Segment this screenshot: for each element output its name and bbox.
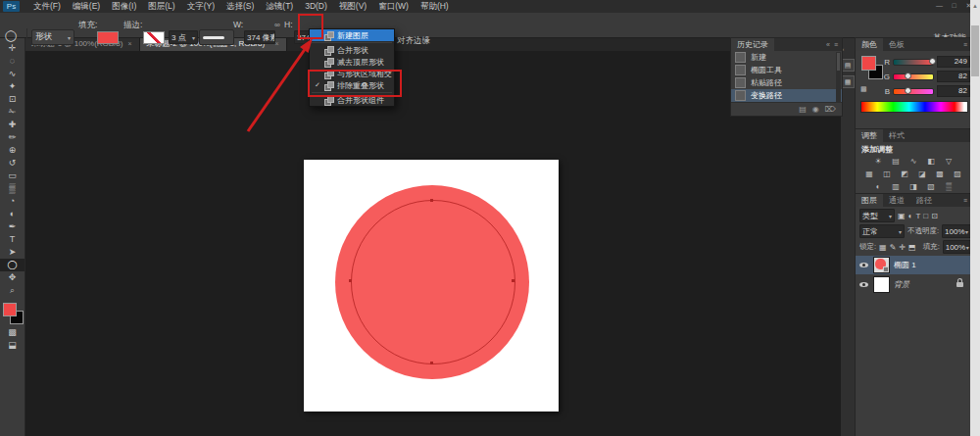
layer-filter-dropdown[interactable]: 类型 ▾ (859, 209, 895, 222)
fill-color-swatch[interactable] (97, 31, 119, 44)
stroke-color-swatch[interactable] (143, 31, 165, 44)
menu-item-unite-shapes[interactable]: 合并形状 (310, 44, 394, 56)
hand-tool[interactable]: ✥ (0, 271, 24, 284)
new-doc-from-state-icon[interactable]: ▤ (799, 105, 807, 114)
shape-width-field[interactable]: 374 像素 (244, 30, 275, 44)
path-anchor-bottom[interactable] (430, 362, 433, 364)
menu-image[interactable]: 图像(I) (106, 0, 142, 13)
collapsed-panel-icon-2[interactable]: ▦ (842, 75, 855, 88)
tab-swatches[interactable]: 色板 (883, 38, 910, 51)
panel-menu-icon[interactable]: ≡ (963, 41, 967, 48)
close-icon[interactable]: × (127, 40, 131, 47)
close-icon[interactable]: × (275, 40, 279, 47)
red-channel-slider[interactable] (893, 59, 934, 66)
history-state-new[interactable]: 新建 (731, 51, 842, 64)
adjustment-layer-filter-icon[interactable]: ◐ (908, 212, 913, 220)
gradient-map-icon[interactable]: ▒ (943, 181, 956, 192)
page-scrollbar[interactable]: ▲ (970, 0, 980, 436)
menu-layer[interactable]: 图层(L) (142, 0, 180, 13)
history-brush-tool[interactable]: ↺ (0, 157, 24, 170)
history-state-paste-path[interactable]: 粘贴路径 (731, 76, 842, 89)
tab-adjustments[interactable]: 调整 (856, 129, 883, 142)
scrollbar-thumb[interactable] (971, 25, 979, 76)
default-colors-icon[interactable]: ▩ (860, 85, 867, 93)
crop-tool[interactable]: ⊡ (0, 93, 24, 106)
path-anchor-right[interactable] (512, 279, 514, 282)
menu-item-subtract-front-shape[interactable]: 减去顶层形状 (310, 56, 394, 68)
tab-paths[interactable]: 路径 (910, 194, 938, 207)
zoom-tool[interactable]: ⌕ (0, 284, 24, 297)
blue-channel-value[interactable]: 82 (937, 85, 970, 97)
tab-color[interactable]: 颜色 (856, 38, 883, 51)
history-tab[interactable]: 历史记录 (731, 38, 774, 51)
path-anchor-left[interactable] (349, 279, 352, 282)
panel-menu-icon[interactable]: ≡ (834, 41, 838, 48)
color-balance-icon[interactable]: ◫ (881, 169, 894, 179)
menu-item-new-layer[interactable]: 新建图层 (310, 29, 394, 41)
inner-circle-path[interactable] (351, 200, 515, 364)
history-scrollbar[interactable] (836, 52, 841, 103)
invert-icon[interactable]: ◐ (872, 181, 885, 192)
path-anchor-top[interactable] (430, 199, 433, 202)
screen-mode-button[interactable]: ⬓ (0, 339, 24, 352)
lock-pixels-icon[interactable]: ✎ (890, 243, 897, 252)
blend-mode-dropdown[interactable]: 正常 ▾ (859, 224, 905, 238)
layer-row-ellipse-1[interactable]: 椭圆 1 (856, 256, 971, 274)
eyedropper-tool[interactable]: ✁ (0, 106, 24, 119)
layer-thumbnail[interactable] (873, 276, 890, 293)
visibility-eye-icon[interactable] (858, 260, 869, 270)
tool-preset-ellipse-icon[interactable]: ◯ (5, 29, 17, 42)
history-state-ellipse-tool[interactable]: 椭圆工具 (731, 64, 842, 76)
lock-position-icon[interactable]: ✛ (899, 243, 906, 252)
minimize-button[interactable]: — (932, 0, 947, 12)
restore-button[interactable]: □ (947, 0, 961, 12)
quick-mask-button[interactable]: ▩ (0, 326, 24, 339)
color-spectrum-bar[interactable] (860, 101, 968, 113)
path-selection-tool[interactable]: ➤ (0, 246, 24, 259)
scroll-up-icon[interactable]: ▲ (970, 0, 980, 12)
dodge-tool[interactable]: ◐ (0, 208, 24, 220)
hue-saturation-icon[interactable]: ▦ (863, 169, 876, 179)
healing-brush-tool[interactable]: ✚ (0, 119, 24, 131)
shape-layer-filter-icon[interactable]: □ (923, 212, 928, 220)
posterize-icon[interactable]: ▥ (890, 181, 903, 192)
red-channel-value[interactable]: 249 (937, 56, 970, 68)
history-state-transform-path[interactable]: 变换路径 (731, 89, 842, 102)
menu-window[interactable]: 窗口(W) (372, 0, 415, 13)
ellipse-tool[interactable]: ◯ (0, 259, 24, 271)
delete-state-icon[interactable]: ⌦ (825, 105, 836, 114)
blue-channel-slider[interactable] (893, 88, 934, 95)
stroke-width-field[interactable]: 3 点 ▾ (169, 30, 198, 44)
menu-file[interactable]: 文件(F) (27, 0, 67, 13)
brightness-contrast-icon[interactable]: ☀ (872, 156, 885, 167)
tab-layers[interactable]: 图层 (856, 194, 883, 207)
opacity-field[interactable]: 100% ▾ (942, 224, 971, 238)
layer-row-background[interactable]: 背景 (856, 275, 971, 294)
tab-styles[interactable]: 样式 (883, 129, 910, 142)
tool-mode-dropdown[interactable]: 形状 ▾ (31, 29, 74, 45)
move-tool[interactable]: ✛ (0, 42, 24, 55)
menu-view[interactable]: 视图(V) (333, 0, 372, 13)
color-lookup-icon[interactable]: ▨ (952, 169, 964, 179)
photo-filter-icon[interactable]: ◪ (916, 169, 929, 179)
layer-name[interactable]: 椭圆 1 (894, 260, 916, 270)
eraser-tool[interactable]: ▭ (0, 170, 24, 182)
pixel-layer-filter-icon[interactable]: ▣ (898, 212, 906, 220)
gradient-tool[interactable]: ▒ (0, 182, 24, 195)
menu-select[interactable]: 选择(S) (220, 0, 260, 13)
menu-3d[interactable]: 3D(D) (299, 0, 333, 13)
lock-transparency-icon[interactable]: ▦ (879, 243, 887, 252)
type-tool[interactable]: T (0, 233, 24, 246)
brush-tool[interactable]: ✏ (0, 131, 24, 144)
pen-tool[interactable]: ✒ (0, 220, 24, 233)
menu-item-exclude-overlapping-shapes[interactable]: ✓ 排除重叠形状 (310, 79, 394, 91)
menu-item-merge-shape-components[interactable]: 合并形状组件 (310, 94, 394, 106)
threshold-icon[interactable]: ◨ (907, 181, 920, 192)
selective-color-icon[interactable]: ▧ (925, 181, 938, 192)
vibrance-icon[interactable]: ▽ (943, 156, 956, 167)
panel-menu-icon[interactable]: ≡ (963, 197, 967, 204)
black-white-icon[interactable]: ◩ (899, 169, 911, 179)
fill-field[interactable]: 100% ▾ (943, 240, 972, 254)
collapsed-panel-icon-1[interactable]: ▤ (842, 59, 855, 72)
layer-name[interactable]: 背景 (894, 279, 909, 290)
